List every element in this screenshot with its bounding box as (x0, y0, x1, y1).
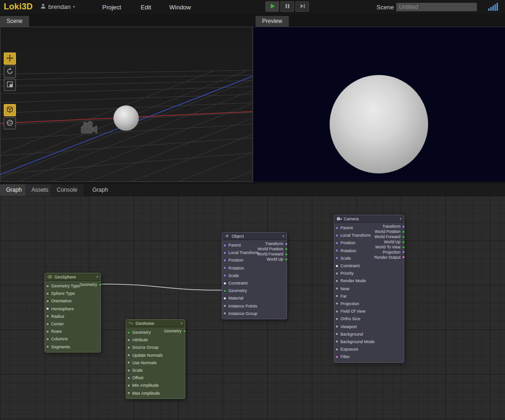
input-port[interactable] (46, 300, 49, 302)
output-port[interactable] (285, 248, 287, 250)
chevron-down-icon[interactable]: ▾ (96, 275, 98, 279)
node-graph-canvas[interactable]: GeoSphere▾Geometry TypeSphere TypeOrient… (0, 196, 505, 420)
input-port[interactable] (46, 323, 49, 325)
input-port[interactable] (128, 331, 130, 334)
input-port[interactable] (224, 305, 226, 307)
input-port[interactable] (336, 340, 338, 343)
tab-graph[interactable]: Graph (0, 184, 28, 196)
input-port[interactable] (336, 234, 338, 237)
input-port[interactable] (46, 315, 49, 317)
input-port[interactable] (336, 287, 338, 290)
output-port[interactable] (402, 225, 405, 228)
node-header[interactable]: GeoSphere▾ (45, 273, 100, 281)
input-port[interactable] (46, 338, 49, 340)
output-port[interactable] (402, 256, 405, 258)
tab-scene[interactable]: Scene (0, 16, 29, 27)
input-port[interactable] (336, 302, 338, 305)
input-port[interactable] (46, 285, 49, 287)
input-port[interactable] (336, 242, 338, 244)
scene-name-input[interactable] (396, 3, 477, 11)
node-header[interactable]: GeoNoise▾ (126, 320, 185, 327)
add-cube-tool-button[interactable] (4, 104, 16, 116)
output-port[interactable] (99, 284, 101, 286)
input-port[interactable] (128, 346, 130, 349)
node-geosphere[interactable]: GeoSphere▾Geometry TypeSphere TypeOrient… (45, 273, 101, 352)
input-row: Columns (45, 335, 100, 343)
input-row: Background (334, 330, 404, 338)
menu-window[interactable]: Window (169, 4, 191, 11)
chevron-down-icon[interactable]: ▾ (399, 217, 401, 221)
step-forward-button[interactable] (295, 1, 309, 12)
input-port[interactable] (224, 244, 226, 247)
input-port[interactable] (336, 325, 338, 328)
node-geonoise[interactable]: GeoNoise▾GeometryAttributeSource GroupUp… (126, 319, 185, 399)
user-icon (40, 3, 46, 10)
move-tool-button[interactable] (4, 52, 16, 65)
tab-console[interactable]: Console (51, 184, 83, 196)
input-port[interactable] (336, 227, 338, 229)
user-name: brendan (48, 3, 71, 10)
input-port[interactable] (336, 356, 338, 358)
port-label: Local Transform (228, 250, 259, 255)
input-port[interactable] (128, 369, 130, 372)
input-port[interactable] (224, 267, 226, 269)
input-port[interactable] (336, 272, 338, 275)
tab-assets[interactable]: Assets (25, 184, 54, 196)
input-port[interactable] (336, 265, 338, 267)
output-port[interactable] (402, 231, 405, 233)
menu-project[interactable]: Project (102, 4, 121, 11)
node-object[interactable]: Object▾ParentLocal TransformPositionRota… (222, 232, 287, 319)
rotate-tool-button[interactable] (4, 66, 16, 78)
input-port[interactable] (224, 282, 226, 285)
tab-preview[interactable]: Preview (256, 16, 289, 27)
output-port[interactable] (402, 241, 405, 243)
input-port[interactable] (336, 257, 338, 259)
node-camera[interactable]: Camera▾ParentLocal TransformPositionRota… (334, 215, 404, 363)
input-port[interactable] (128, 384, 130, 387)
node-header[interactable]: Camera▾ (334, 215, 404, 223)
scene-viewport[interactable] (0, 27, 253, 182)
input-port[interactable] (128, 339, 130, 341)
input-port[interactable] (46, 308, 49, 310)
input-port[interactable] (336, 280, 338, 282)
output-port[interactable] (402, 251, 405, 253)
camera-gizmo[interactable] (81, 121, 97, 134)
input-port[interactable] (224, 259, 226, 262)
pause-button[interactable] (280, 1, 294, 12)
input-port[interactable] (336, 249, 338, 252)
output-port[interactable] (402, 246, 405, 248)
input-port[interactable] (46, 345, 49, 348)
input-port[interactable] (46, 292, 49, 295)
node-header[interactable]: Object▾ (222, 232, 286, 240)
output-port[interactable] (285, 243, 287, 245)
input-port[interactable] (336, 333, 338, 335)
input-port[interactable] (128, 392, 130, 394)
input-port[interactable] (224, 312, 226, 315)
input-port[interactable] (224, 297, 226, 300)
chevron-down-icon[interactable]: ▾ (282, 234, 284, 238)
input-port[interactable] (336, 295, 338, 297)
scale-tool-button[interactable] (4, 79, 16, 91)
input-port[interactable] (224, 274, 226, 277)
chevron-down-icon[interactable]: ▾ (181, 322, 182, 325)
add-sphere-tool-button[interactable] (4, 117, 16, 129)
input-row: Material (222, 294, 286, 302)
menu-edit[interactable]: Edit (141, 4, 151, 11)
output-port[interactable] (402, 236, 405, 238)
output-port[interactable] (285, 258, 287, 261)
input-port[interactable] (128, 354, 130, 356)
play-button[interactable] (265, 1, 279, 12)
input-port[interactable] (336, 310, 338, 313)
user-menu[interactable]: brendan ▾ (40, 3, 75, 10)
input-port[interactable] (224, 252, 226, 254)
input-port[interactable] (128, 361, 130, 364)
output-port[interactable] (285, 253, 287, 255)
input-port[interactable] (336, 318, 338, 320)
input-port[interactable] (336, 348, 338, 351)
input-port[interactable] (46, 330, 49, 333)
input-port[interactable] (224, 290, 226, 292)
scene-sphere-object[interactable] (113, 105, 139, 131)
graph-title[interactable]: Graph (92, 184, 108, 196)
output-port[interactable] (183, 330, 186, 332)
input-port[interactable] (128, 377, 130, 379)
